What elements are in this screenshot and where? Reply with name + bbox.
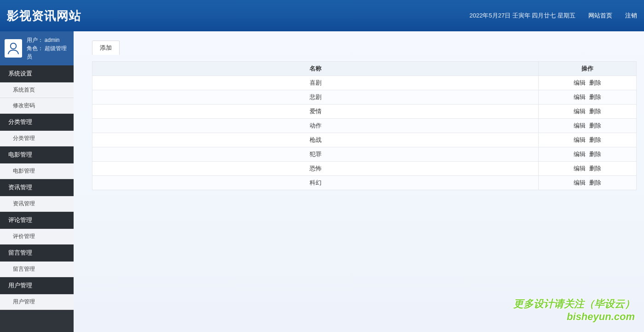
ops-cell: 编辑删除 [539, 133, 637, 147]
user-box: 用户： admin 角色： 超级管理员 [0, 31, 74, 65]
username: admin [45, 37, 60, 43]
menu-section-header[interactable]: 用户管理 [0, 277, 74, 294]
menu-item[interactable]: 留言管理 [0, 262, 74, 277]
menu-section-header[interactable]: 系统设置 [0, 65, 74, 82]
menu-item[interactable]: 资讯管理 [0, 196, 74, 212]
logout-link[interactable]: 注销 [625, 12, 637, 20]
main-content: 添加 名称 操作 喜剧编辑删除悲剧编辑删除爱情编辑删除动作编辑删除枪战编辑删除犯… [74, 31, 644, 332]
ops-cell: 编辑删除 [539, 162, 637, 176]
table-row: 枪战编辑删除 [92, 133, 637, 147]
table-row: 悲剧编辑删除 [92, 90, 637, 105]
home-link[interactable]: 网站首页 [588, 12, 612, 20]
category-name-cell: 喜剧 [92, 76, 539, 90]
category-name-cell: 恐怖 [92, 162, 539, 176]
ops-cell: 编辑删除 [539, 147, 637, 162]
table-row: 科幻编辑删除 [92, 176, 637, 190]
menu-item[interactable]: 系统首页 [0, 82, 74, 98]
edit-link[interactable]: 编辑 [574, 93, 586, 100]
ops-cell: 编辑删除 [539, 76, 637, 90]
delete-link[interactable]: 删除 [589, 151, 601, 157]
user-label: 用户： [27, 37, 43, 43]
menu-section-header[interactable]: 留言管理 [0, 245, 74, 262]
user-icon [6, 41, 20, 55]
edit-link[interactable]: 编辑 [574, 136, 586, 143]
menu-section-header[interactable]: 资讯管理 [0, 179, 74, 196]
delete-link[interactable]: 删除 [589, 179, 601, 186]
add-tab[interactable]: 添加 [92, 41, 120, 55]
delete-link[interactable]: 删除 [589, 136, 601, 143]
tab-bar: 添加 [92, 41, 637, 55]
category-table: 名称 操作 喜剧编辑删除悲剧编辑删除爱情编辑删除动作编辑删除枪战编辑删除犯罪编辑… [92, 61, 637, 190]
ops-cell: 编辑删除 [539, 176, 637, 190]
top-header: 影视资讯网站 2022年5月27日 壬寅年 四月廿七 星期五 网站首页 注销 [0, 0, 644, 31]
menu-item[interactable]: 评价管理 [0, 229, 74, 245]
header-right: 2022年5月27日 壬寅年 四月廿七 星期五 网站首页 注销 [470, 12, 637, 20]
menu-section-header[interactable]: 评论管理 [0, 212, 74, 229]
table-row: 恐怖编辑删除 [92, 162, 637, 176]
table-row: 爱情编辑删除 [92, 105, 637, 119]
menu-section-header[interactable]: 电影管理 [0, 146, 74, 163]
delete-link[interactable]: 删除 [589, 93, 601, 100]
category-name-cell: 犯罪 [92, 147, 539, 162]
edit-link[interactable]: 编辑 [574, 108, 586, 115]
user-info: 用户： admin 角色： 超级管理员 [27, 36, 69, 61]
edit-link[interactable]: 编辑 [574, 151, 586, 157]
delete-link[interactable]: 删除 [589, 79, 601, 86]
table-header-name: 名称 [92, 62, 539, 76]
menu-item[interactable]: 电影管理 [0, 163, 74, 179]
table-row: 喜剧编辑删除 [92, 76, 637, 90]
delete-link[interactable]: 删除 [589, 165, 601, 172]
category-name-cell: 动作 [92, 119, 539, 133]
delete-link[interactable]: 删除 [589, 122, 601, 129]
category-name-cell: 爱情 [92, 105, 539, 119]
menu-item[interactable]: 用户管理 [0, 294, 74, 310]
header-date: 2022年5月27日 壬寅年 四月廿七 星期五 [470, 12, 575, 20]
avatar [5, 39, 22, 58]
role-label: 角色： [27, 45, 43, 52]
sidebar: 用户： admin 角色： 超级管理员 系统设置系统首页修改密码分类管理分类管理… [0, 31, 74, 332]
menu-item[interactable]: 修改密码 [0, 98, 74, 114]
edit-link[interactable]: 编辑 [574, 122, 586, 129]
ops-cell: 编辑删除 [539, 90, 637, 105]
category-name-cell: 悲剧 [92, 90, 539, 105]
category-name-cell: 科幻 [92, 176, 539, 190]
ops-cell: 编辑删除 [539, 105, 637, 119]
sidebar-menu: 系统设置系统首页修改密码分类管理分类管理电影管理电影管理资讯管理资讯管理评论管理… [0, 65, 74, 310]
menu-item[interactable]: 分类管理 [0, 131, 74, 146]
edit-link[interactable]: 编辑 [574, 79, 586, 86]
edit-link[interactable]: 编辑 [574, 165, 586, 172]
table-header-ops: 操作 [539, 62, 637, 76]
table-row: 犯罪编辑删除 [92, 147, 637, 162]
svg-point-0 [11, 43, 17, 49]
table-row: 动作编辑删除 [92, 119, 637, 133]
edit-link[interactable]: 编辑 [574, 179, 586, 186]
ops-cell: 编辑删除 [539, 119, 637, 133]
site-title: 影视资讯网站 [7, 8, 81, 24]
menu-section-header[interactable]: 分类管理 [0, 114, 74, 131]
delete-link[interactable]: 删除 [589, 108, 601, 115]
category-name-cell: 枪战 [92, 133, 539, 147]
